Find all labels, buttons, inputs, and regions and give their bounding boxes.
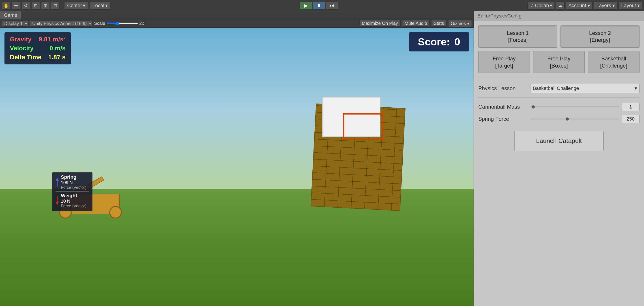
move-tool-btn[interactable]: ✛ bbox=[12, 1, 20, 10]
layout-label: Layout bbox=[621, 3, 636, 8]
spring-force-label: Spring bbox=[61, 174, 86, 180]
scale-tool-btn[interactable]: ⊡ bbox=[31, 1, 40, 10]
game-section: Game Display 1 Unity Physics Aspect (16:… bbox=[0, 11, 644, 306]
lesson-row-2: Free Play[Target] Free Play[Boxes] Baske… bbox=[478, 51, 640, 73]
game-tab[interactable]: Game bbox=[0, 11, 21, 19]
right-panel: EditorPhysicsConfig Lesson 1[Forces] Les… bbox=[474, 11, 644, 306]
velocity-value: 0 m/s bbox=[50, 45, 66, 52]
game-panel: Game Display 1 Unity Physics Aspect (16:… bbox=[0, 11, 474, 306]
account-dropdown[interactable]: Account ▾ bbox=[566, 1, 592, 10]
lesson1-label: Lesson 1[Forces] bbox=[507, 30, 529, 43]
play-button[interactable]: ▶ bbox=[300, 1, 312, 10]
scale-control: Scale 2x bbox=[94, 21, 144, 26]
center-label: Center bbox=[67, 3, 82, 8]
spring-force-track[interactable] bbox=[530, 119, 619, 119]
top-toolbar: ✋ ✛ ↺ ⊡ ⊞ ⊟ Center ▾ Local ▾ ▶ ⏸ ⏭ ✓ Col… bbox=[0, 0, 644, 11]
weight-force-value: 10 N bbox=[61, 199, 86, 204]
lesson2-btn[interactable]: Lesson 2[Energy] bbox=[560, 25, 640, 48]
spring-arrow-icon bbox=[56, 178, 59, 187]
game-viewport[interactable]: Gravity 9.81 m/s² Velocity 0 m/s Delta T… bbox=[0, 28, 474, 306]
catapult-wheel-right bbox=[109, 206, 122, 219]
spring-force-value: 109 N bbox=[61, 180, 86, 185]
local-dropdown[interactable]: Local ▾ bbox=[90, 1, 110, 10]
force-divider bbox=[56, 191, 89, 192]
deltatime-label: Delta Time bbox=[10, 54, 42, 61]
lesson1-btn[interactable]: Lesson 1[Forces] bbox=[478, 25, 557, 48]
game-controls-right: Maximize On Play Mute Audio Stats Gizmos… bbox=[360, 20, 472, 27]
panel-divider1 bbox=[478, 78, 640, 78]
layers-chevron: ▾ bbox=[612, 3, 615, 8]
velocity-label: Velocity bbox=[10, 45, 34, 52]
physics-lesson-dropdown[interactable]: Basketball Challenge ▾ bbox=[530, 84, 640, 93]
weight-arrow-icon bbox=[56, 196, 59, 205]
main-layout: Game Display 1 Unity Physics Aspect (16:… bbox=[0, 11, 644, 306]
deltatime-value: 1.87 s bbox=[48, 54, 66, 61]
freeplay-boxes-label: Free Play[Boxes] bbox=[548, 55, 570, 68]
spring-force-label: Spring Force bbox=[478, 116, 528, 122]
basketball-challenge-btn[interactable]: Basketball[Challenge] bbox=[588, 51, 640, 73]
cloud-icon: ☁ bbox=[558, 3, 563, 8]
gravity-label: Gravity bbox=[10, 36, 32, 43]
score-value: 0 bbox=[454, 36, 460, 48]
physics-lesson-row: Physics Lesson Basketball Challenge ▾ bbox=[478, 84, 640, 93]
collab-label: Collab bbox=[535, 3, 549, 8]
collab-chevron: ▾ bbox=[550, 3, 552, 8]
toolbar-right: ✓ Collab ▾ ☁ Account ▾ Layers ▾ Layout ▾ bbox=[528, 1, 642, 10]
spring-force-info: Spring 109 N Force (Vector) bbox=[61, 174, 86, 190]
transform-tool-btn[interactable]: ⊟ bbox=[51, 1, 60, 10]
spring-force-value: 250 bbox=[622, 115, 640, 123]
freeplay-target-label: Free Play[Target] bbox=[493, 55, 516, 68]
pause-button[interactable]: ⏸ bbox=[313, 1, 325, 10]
physics-lesson-label: Physics Lesson bbox=[478, 85, 528, 91]
deltatime-row: Delta Time 1.87 s bbox=[10, 54, 66, 61]
mute-btn[interactable]: Mute Audio bbox=[402, 20, 430, 27]
collab-button[interactable]: ✓ Collab ▾ bbox=[528, 1, 555, 10]
lesson2-label: Lesson 2[Energy] bbox=[589, 30, 611, 43]
velocity-row: Velocity 0 m/s bbox=[10, 45, 66, 52]
layers-dropdown[interactable]: Layers ▾ bbox=[594, 1, 617, 10]
physics-lesson-value: Basketball Challenge bbox=[533, 85, 579, 91]
launch-catapult-btn[interactable]: Launch Catapult bbox=[514, 131, 604, 151]
weight-force-row: Weight 10 N Force (Vector) bbox=[56, 193, 89, 209]
center-chevron: ▾ bbox=[83, 3, 85, 8]
hud-stats: Gravity 9.81 m/s² Velocity 0 m/s Delta T… bbox=[4, 32, 71, 64]
hud-score: Score: 0 bbox=[409, 32, 469, 51]
launch-label: Launch Catapult bbox=[536, 137, 582, 144]
maximize-btn[interactable]: Maximize On Play bbox=[360, 20, 400, 27]
local-label: Local bbox=[92, 3, 104, 8]
scale-value: 2x bbox=[139, 21, 144, 26]
game-controls-bar: Display 1 Unity Physics Aspect (16:9) Sc… bbox=[0, 19, 474, 28]
rect-tool-btn[interactable]: ⊞ bbox=[41, 1, 50, 10]
weight-force-info: Weight 10 N Force (Vector) bbox=[61, 193, 86, 209]
rotate-tool-btn[interactable]: ↺ bbox=[22, 1, 30, 10]
aspect-select[interactable]: Unity Physics Aspect (16:9) bbox=[30, 20, 92, 27]
stats-btn[interactable]: Stats bbox=[431, 20, 446, 27]
spring-force-thumb[interactable] bbox=[566, 117, 569, 121]
layout-chevron: ▾ bbox=[637, 3, 640, 8]
game-tab-label: Game bbox=[4, 12, 17, 18]
local-chevron: ▾ bbox=[105, 3, 108, 8]
hand-tool-btn[interactable]: ✋ bbox=[2, 1, 10, 10]
gizmos-btn[interactable]: Gizmos ▾ bbox=[448, 20, 472, 27]
panel-title-bar: EditorPhysicsConfig bbox=[474, 11, 644, 21]
basketball-structure bbox=[309, 92, 407, 209]
freeplay-target-btn[interactable]: Free Play[Target] bbox=[478, 51, 530, 73]
step-button[interactable]: ⏭ bbox=[326, 1, 338, 10]
cloud-button[interactable]: ☁ bbox=[556, 1, 564, 10]
spring-force-slider-row: Spring Force 250 bbox=[478, 115, 640, 123]
gizmos-chevron: ▾ bbox=[467, 21, 469, 26]
cannonball-mass-track[interactable] bbox=[530, 106, 619, 107]
display-select[interactable]: Display 1 bbox=[2, 20, 28, 27]
separator1 bbox=[62, 2, 62, 9]
gravity-row: Gravity 9.81 m/s² bbox=[10, 36, 66, 43]
lesson-row-1: Lesson 1[Forces] Lesson 2[Energy] bbox=[478, 25, 640, 48]
layout-dropdown[interactable]: Layout ▾ bbox=[619, 1, 642, 10]
cannonball-mass-thumb[interactable] bbox=[532, 105, 535, 108]
center-dropdown[interactable]: Center ▾ bbox=[64, 1, 88, 10]
gravity-value: 9.81 m/s² bbox=[39, 36, 66, 43]
scale-slider-input[interactable] bbox=[106, 22, 138, 25]
freeplay-boxes-btn[interactable]: Free Play[Boxes] bbox=[533, 51, 585, 73]
layers-label: Layers bbox=[596, 3, 611, 8]
weight-force-label: Weight bbox=[61, 193, 86, 199]
spring-force-row: Spring 109 N Force (Vector) bbox=[56, 174, 89, 190]
